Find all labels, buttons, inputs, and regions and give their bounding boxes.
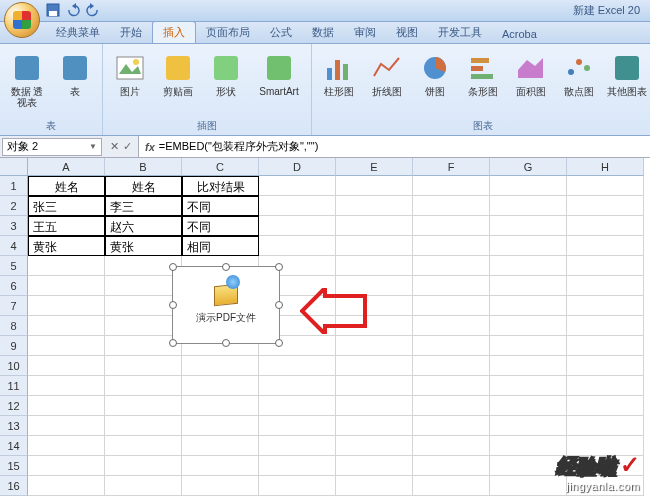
ribbon-scatter-button[interactable]: 散点图 (558, 48, 600, 117)
cell[interactable] (336, 236, 413, 256)
cell[interactable] (28, 476, 105, 496)
row-header[interactable]: 2 (0, 196, 28, 216)
cell[interactable] (413, 376, 490, 396)
cell[interactable] (28, 456, 105, 476)
cell[interactable] (413, 276, 490, 296)
cell[interactable] (28, 256, 105, 276)
cell[interactable] (259, 176, 336, 196)
cell[interactable]: 黄张 (105, 236, 182, 256)
row-header[interactable]: 12 (0, 396, 28, 416)
cell[interactable] (567, 196, 644, 216)
undo-icon[interactable] (66, 3, 80, 17)
cell[interactable] (105, 356, 182, 376)
select-all-corner[interactable] (0, 158, 28, 176)
column-header[interactable]: E (336, 158, 413, 176)
row-header[interactable]: 13 (0, 416, 28, 436)
cell[interactable] (413, 216, 490, 236)
resize-handle[interactable] (169, 301, 177, 309)
resize-handle[interactable] (169, 339, 177, 347)
cell[interactable] (567, 416, 644, 436)
cell[interactable] (336, 176, 413, 196)
cell[interactable] (413, 196, 490, 216)
cell[interactable] (259, 216, 336, 236)
cell[interactable] (336, 216, 413, 236)
cell[interactable] (413, 316, 490, 336)
ribbon-area-button[interactable]: 面积图 (510, 48, 552, 117)
cell[interactable] (105, 436, 182, 456)
row-header[interactable]: 1 (0, 176, 28, 196)
cell[interactable] (413, 236, 490, 256)
cell[interactable] (28, 316, 105, 336)
cell[interactable] (413, 436, 490, 456)
row-header[interactable]: 10 (0, 356, 28, 376)
cell[interactable] (567, 256, 644, 276)
cell[interactable] (567, 356, 644, 376)
cell[interactable] (490, 396, 567, 416)
chevron-down-icon[interactable]: ▼ (89, 142, 97, 151)
cell[interactable] (182, 456, 259, 476)
cell[interactable] (105, 316, 182, 336)
cell[interactable] (336, 256, 413, 276)
cell[interactable]: 不同 (182, 216, 259, 236)
cell[interactable]: 姓名 (105, 176, 182, 196)
accept-icon[interactable]: ✓ (123, 140, 132, 153)
cell[interactable] (490, 176, 567, 196)
column-header[interactable]: H (567, 158, 644, 176)
column-header[interactable]: F (413, 158, 490, 176)
cell[interactable] (259, 356, 336, 376)
row-header[interactable]: 4 (0, 236, 28, 256)
column-header[interactable]: B (105, 158, 182, 176)
resize-handle[interactable] (222, 339, 230, 347)
cell[interactable] (105, 396, 182, 416)
cell[interactable] (28, 376, 105, 396)
row-header[interactable]: 3 (0, 216, 28, 236)
cell[interactable] (567, 316, 644, 336)
ribbon-clipart-button[interactable]: 剪贴画 (157, 48, 199, 117)
cell[interactable] (105, 416, 182, 436)
ribbon-picture-button[interactable]: 图片 (109, 48, 151, 117)
resize-handle[interactable] (275, 301, 283, 309)
name-box[interactable]: 对象 2 ▼ (2, 138, 102, 156)
cell[interactable] (28, 356, 105, 376)
cell[interactable] (490, 256, 567, 276)
cell[interactable] (567, 236, 644, 256)
ribbon-pie-button[interactable]: 饼图 (414, 48, 456, 117)
cell[interactable] (105, 476, 182, 496)
cell[interactable] (490, 296, 567, 316)
ribbon-table-button[interactable]: 表 (54, 48, 96, 117)
redo-icon[interactable] (86, 3, 100, 17)
cell[interactable]: 姓名 (28, 176, 105, 196)
cell[interactable] (490, 196, 567, 216)
cell[interactable]: 黄张 (28, 236, 105, 256)
resize-handle[interactable] (275, 263, 283, 271)
cell[interactable] (567, 336, 644, 356)
cell[interactable]: 王五 (28, 216, 105, 236)
tab-视图[interactable]: 视图 (386, 22, 428, 43)
column-header[interactable]: C (182, 158, 259, 176)
cell[interactable] (490, 336, 567, 356)
tab-公式[interactable]: 公式 (260, 22, 302, 43)
cell[interactable] (28, 276, 105, 296)
cell[interactable] (336, 436, 413, 456)
cell[interactable] (567, 396, 644, 416)
cell[interactable] (182, 476, 259, 496)
tab-开发工具[interactable]: 开发工具 (428, 22, 492, 43)
column-header[interactable]: D (259, 158, 336, 176)
cell[interactable] (259, 376, 336, 396)
cell[interactable] (490, 316, 567, 336)
cell[interactable] (259, 236, 336, 256)
cell[interactable] (259, 396, 336, 416)
tab-页面布局[interactable]: 页面布局 (196, 22, 260, 43)
cell[interactable] (413, 256, 490, 276)
ribbon-shapes-button[interactable]: 形状 (205, 48, 247, 117)
cell[interactable] (182, 436, 259, 456)
ribbon-smartart-button[interactable]: SmartArt (253, 48, 305, 117)
cell[interactable] (182, 356, 259, 376)
cell[interactable] (259, 196, 336, 216)
formula-input[interactable]: fx =EMBED("包装程序外壳对象","") (138, 136, 650, 157)
save-icon[interactable] (46, 3, 60, 17)
cell[interactable] (336, 416, 413, 436)
cell[interactable] (567, 296, 644, 316)
cell[interactable] (259, 456, 336, 476)
cell[interactable] (490, 376, 567, 396)
